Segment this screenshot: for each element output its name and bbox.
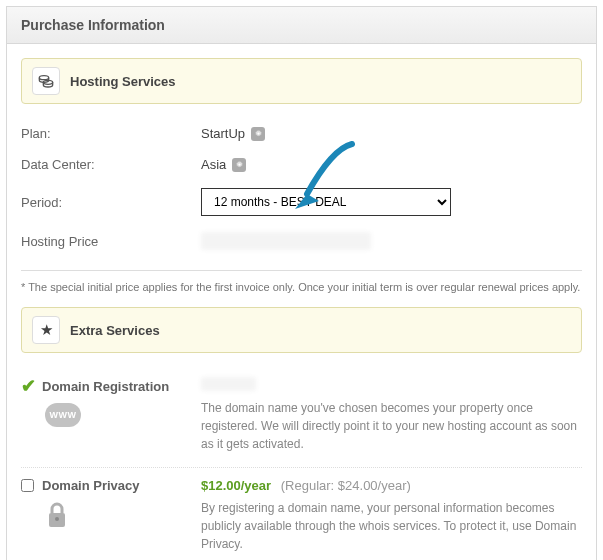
period-label: Period: [21,195,201,210]
plan-row: Plan: StartUp [21,118,582,149]
hosting-section-header: Hosting Services [21,58,582,104]
domain-privacy-price: $12.00/year [201,478,271,493]
datacenter-label: Data Center: [21,157,201,172]
check-icon: ✔ [21,377,36,395]
plan-label: Plan: [21,126,201,141]
purchase-information-panel: Purchase Information Hosting Services Pl… [6,6,597,560]
divider [21,270,582,271]
extras-section-title: Extra Services [70,323,160,338]
hosting-price-redacted [201,232,371,250]
coins-icon [32,67,60,95]
extras-section-header: ★ Extra Services [21,307,582,353]
hosting-section-title: Hosting Services [70,74,176,89]
domain-reg-price-redacted [201,377,256,391]
datacenter-value: Asia [201,157,226,172]
datacenter-row: Data Center: Asia [21,149,582,180]
star-icon: ★ [32,316,60,344]
domain-privacy-desc: By registering a domain name, your perso… [201,499,582,553]
domain-privacy-row: Domain Privacy $12.00/year (Regular: $24… [21,468,582,560]
hosting-price-row: Hosting Price [21,224,582,258]
domain-privacy-checkbox[interactable] [21,479,34,492]
svg-point-0 [39,76,48,80]
lock-icon [45,501,201,532]
panel-body: Hosting Services Plan: StartUp Data Cent… [7,44,596,560]
price-footnote: * The special initial price applies for … [21,281,582,293]
domain-privacy-label: Domain Privacy [42,478,140,493]
svg-point-5 [55,517,59,521]
period-select[interactable]: 12 months - BEST DEAL [201,188,451,216]
plan-value: StartUp [201,126,245,141]
hosting-price-label: Hosting Price [21,234,201,249]
domain-registration-row: ✔ Domain Registration WWW The domain nam… [21,367,582,468]
domain-registration-label: Domain Registration [42,379,169,394]
gear-icon[interactable] [251,127,265,141]
domain-privacy-regular: (Regular: $24.00/year) [281,478,411,493]
www-icon: WWW [45,403,201,427]
gear-icon[interactable] [232,158,246,172]
panel-title: Purchase Information [7,7,596,44]
period-row: Period: 12 months - BEST DEAL [21,180,582,224]
domain-registration-desc: The domain name you've chosen becomes yo… [201,399,582,453]
